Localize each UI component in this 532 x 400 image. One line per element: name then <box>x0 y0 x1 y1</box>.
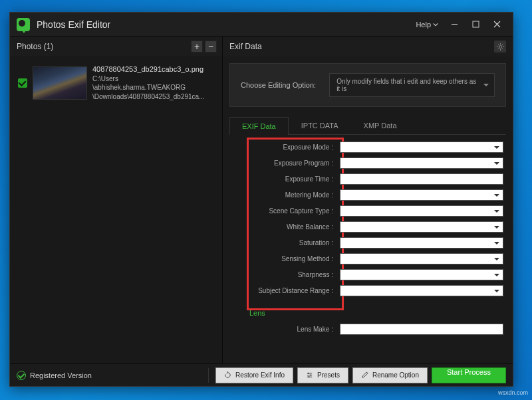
section-lens-label: Lens <box>229 301 503 324</box>
svg-point-3 <box>310 374 311 375</box>
footer: Registered Version Restore Exif Info Pre… <box>10 363 513 386</box>
editing-option-value: Only modify fields that i edit and keep … <box>336 78 476 92</box>
photos-title: Photos (1) <box>17 42 189 51</box>
restore-exif-button[interactable]: Restore Exif Info <box>215 367 293 383</box>
file-path-2: \abhishek.sharma.TWEAKORG <box>92 83 214 92</box>
start-label: Start Process <box>447 368 491 376</box>
presets-label: Presets <box>317 371 340 379</box>
tab-iptc[interactable]: IPTC DATA <box>289 116 351 134</box>
metering-mode-select[interactable] <box>340 189 503 201</box>
registered-label: Registered Version <box>30 371 92 379</box>
field-sensing-method: Sensing Method : <box>229 253 503 264</box>
restore-label: Restore Exif Info <box>235 371 285 379</box>
white-balance-select[interactable] <box>340 221 503 233</box>
exposure-time-input[interactable] <box>340 173 503 185</box>
app-title: Photos Exif Editor <box>37 19 410 30</box>
settings-button[interactable] <box>494 41 506 52</box>
svg-rect-0 <box>473 21 479 27</box>
add-photo-button[interactable]: + <box>191 41 203 52</box>
help-menu[interactable]: Help <box>410 18 444 31</box>
exif-title: Exif Data <box>229 42 262 51</box>
field-label: Exposure Mode : <box>229 144 340 151</box>
field-white-balance: White Balance : <box>229 221 503 233</box>
editing-option-label: Choose Editing Option: <box>241 81 316 89</box>
lens-make-input[interactable] <box>340 324 503 335</box>
field-metering-mode: Metering Mode : <box>229 189 503 201</box>
svg-point-4 <box>308 376 309 377</box>
list-item[interactable]: 40878804253_db291cabc3_o.png C:\Users \a… <box>15 62 217 104</box>
pencil-icon <box>361 371 368 379</box>
field-lens-make: Lens Make : <box>229 324 503 335</box>
field-label: Scene Capture Type : <box>229 207 340 215</box>
field-subject-distance-range: Subject Distance Range : <box>229 285 503 296</box>
app-logo-icon <box>17 18 30 31</box>
tab-xmp[interactable]: XMP Data <box>351 116 410 134</box>
subject-distance-range-select[interactable] <box>340 285 503 296</box>
tab-exif[interactable]: EXIF Data <box>229 117 289 135</box>
registered-badge: Registered Version <box>17 371 201 380</box>
rename-option-button[interactable]: Rename Option <box>352 367 428 383</box>
field-exposure-mode: Exposure Mode : <box>229 142 503 153</box>
file-name: 40878804253_db291cabc3_o.png <box>92 64 214 74</box>
exposure-mode-select[interactable] <box>340 142 503 153</box>
checkbox-icon[interactable] <box>18 78 27 88</box>
field-label: White Balance : <box>229 223 340 231</box>
field-label: Saturation : <box>229 239 340 247</box>
file-meta: 40878804253_db291cabc3_o.png C:\Users \a… <box>92 64 214 101</box>
exif-body: Choose Editing Option: Only modify field… <box>223 56 513 363</box>
gear-icon <box>497 43 504 50</box>
photo-thumbnail <box>33 66 87 100</box>
app-window: Photos Exif Editor Help Photos (1) + − <box>9 12 513 387</box>
watermark: wsxdn.com <box>498 389 528 396</box>
maximize-button[interactable] <box>465 15 486 34</box>
exposure-program-select[interactable] <box>340 157 503 169</box>
editing-option-select[interactable]: Only modify fields that i edit and keep … <box>329 73 495 97</box>
rename-label: Rename Option <box>372 371 419 379</box>
sensing-method-select[interactable] <box>340 253 503 264</box>
sliders-icon <box>306 371 313 379</box>
file-path-3: \Downloads\40878804253_db291ca... <box>92 92 214 102</box>
photos-header: Photos (1) + − <box>10 37 222 56</box>
exif-header: Exif Data <box>223 37 513 56</box>
field-label: Metering Mode : <box>229 191 340 199</box>
separator <box>208 368 209 383</box>
svg-point-2 <box>308 373 309 374</box>
exif-pane: Exif Data Choose Editing Option: Only mo… <box>223 37 513 363</box>
start-process-button[interactable]: Start Process <box>432 367 506 383</box>
svg-point-1 <box>499 45 501 48</box>
field-label: Exposure Program : <box>229 159 340 167</box>
check-circle-icon <box>17 371 26 380</box>
presets-button[interactable]: Presets <box>297 367 348 383</box>
restore-icon <box>224 371 231 379</box>
field-saturation: Saturation : <box>229 237 503 249</box>
close-button[interactable] <box>486 15 507 34</box>
fields-scroll[interactable]: Exposure Mode : Exposure Program : Expos… <box>229 135 506 357</box>
titlebar: Photos Exif Editor Help <box>10 13 513 37</box>
minimize-button[interactable] <box>444 15 465 34</box>
field-label: Sharpness : <box>229 271 340 278</box>
field-label: Lens Make : <box>229 326 340 333</box>
data-tabs: EXIF Data IPTC DATA XMP Data <box>229 116 506 135</box>
saturation-select[interactable] <box>340 237 503 249</box>
field-exposure-time: Exposure Time : <box>229 173 503 185</box>
help-label: Help <box>416 21 431 29</box>
field-scene-capture-type: Scene Capture Type : <box>229 205 503 217</box>
chevron-down-icon <box>433 23 438 27</box>
field-sharpness: Sharpness : <box>229 269 503 280</box>
titlebar-controls: Help <box>410 15 507 34</box>
field-label: Sensing Method : <box>229 255 340 262</box>
field-label: Subject Distance Range : <box>229 287 340 294</box>
app-body: Photos (1) + − 40878804253_db291cabc3_o.… <box>10 37 513 363</box>
photo-list: 40878804253_db291cabc3_o.png C:\Users \a… <box>10 56 222 363</box>
photos-pane: Photos (1) + − 40878804253_db291cabc3_o.… <box>10 37 223 363</box>
editing-option-box: Choose Editing Option: Only modify field… <box>229 63 506 107</box>
field-exposure-program: Exposure Program : <box>229 157 503 169</box>
file-path-1: C:\Users <box>92 74 214 84</box>
remove-photo-button[interactable]: − <box>205 41 217 52</box>
scene-capture-type-select[interactable] <box>340 205 503 217</box>
field-label: Exposure Time : <box>229 175 340 183</box>
sharpness-select[interactable] <box>340 269 503 280</box>
